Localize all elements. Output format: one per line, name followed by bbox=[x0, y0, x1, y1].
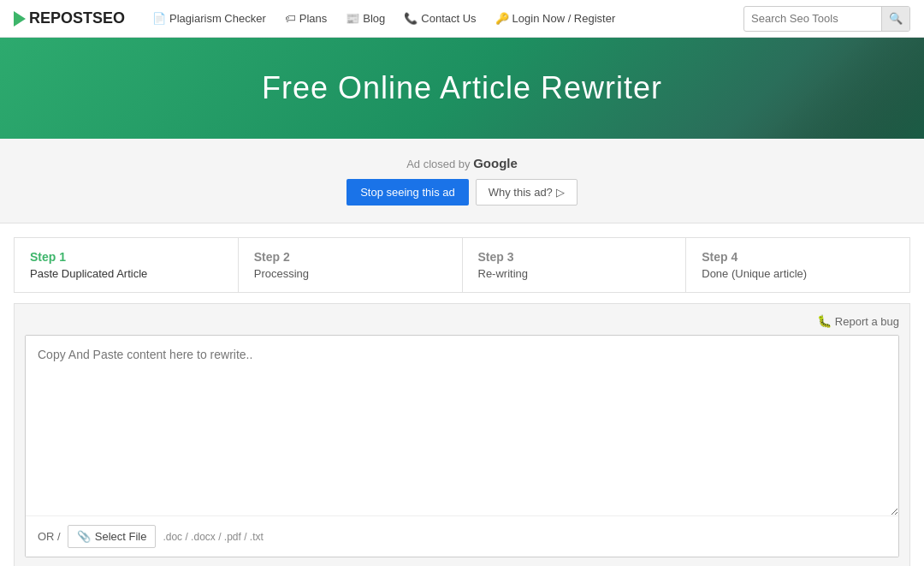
stop-seeing-ad-button[interactable]: Stop seeing this ad bbox=[346, 179, 469, 206]
step-2: Step 2 Processing bbox=[239, 238, 463, 292]
or-label: OR / bbox=[38, 530, 61, 543]
brand-logo[interactable]: REPOSTSEO bbox=[14, 9, 125, 27]
steps-container: Step 1 Paste Duplicated Article Step 2 P… bbox=[14, 237, 910, 293]
report-bug-label: Report a bug bbox=[835, 315, 899, 328]
brand-arrow-icon bbox=[14, 11, 26, 27]
why-this-ad-button[interactable]: Why this ad? ▷ bbox=[476, 179, 578, 206]
nav-links: 📄 Plagiarism Checker 🏷 Plans 📰 Blog 📞 Co… bbox=[145, 9, 743, 28]
step-2-label: Processing bbox=[254, 267, 447, 280]
main-content: 🐛 Report a bug OR / 📎 Select File .doc /… bbox=[14, 303, 910, 566]
nav-login[interactable]: 🔑 Login Now / Register bbox=[489, 9, 623, 28]
play-icon: ▷ bbox=[556, 186, 565, 199]
step-4-label: Done (Unique article) bbox=[702, 267, 894, 280]
blog-icon: 📰 bbox=[346, 12, 359, 25]
paperclip-icon: 📎 bbox=[77, 530, 91, 543]
ad-closed-text: Ad closed by Google bbox=[17, 156, 907, 170]
bug-icon: 🐛 bbox=[817, 314, 832, 328]
hero-title: Free Online Article Rewriter bbox=[17, 70, 907, 106]
nav-blog[interactable]: 📰 Blog bbox=[339, 9, 392, 28]
nav-plans-label: Plans bbox=[299, 12, 328, 25]
hero-section: Free Online Article Rewriter bbox=[0, 38, 924, 139]
tag-icon: 🏷 bbox=[285, 12, 296, 25]
nav-login-label: Login Now / Register bbox=[512, 12, 616, 25]
nav-blog-label: Blog bbox=[363, 12, 385, 25]
document-icon: 📄 bbox=[152, 12, 166, 25]
select-file-button[interactable]: 📎 Select File bbox=[68, 525, 157, 548]
search-button[interactable]: 🔍 bbox=[881, 7, 909, 31]
file-upload-row: OR / 📎 Select File .doc / .docx / .pdf /… bbox=[26, 515, 898, 557]
phone-icon: 📞 bbox=[404, 12, 418, 25]
why-ad-label: Why this ad? bbox=[489, 186, 553, 199]
google-text: Google bbox=[473, 156, 518, 170]
nav-plagiarism-label: Plagiarism Checker bbox=[169, 12, 266, 25]
nav-contact-label: Contact Us bbox=[421, 12, 476, 25]
step-3: Step 3 Re-writing bbox=[463, 238, 687, 292]
ad-buttons: Stop seeing this ad Why this ad? ▷ bbox=[17, 179, 907, 206]
step-1: Step 1 Paste Duplicated Article bbox=[15, 238, 239, 292]
ad-section: Ad closed by Google Stop seeing this ad … bbox=[0, 139, 924, 223]
select-file-label: Select File bbox=[95, 530, 147, 543]
step-3-label: Re-writing bbox=[478, 267, 671, 280]
brand-name: REPOSTSEO bbox=[29, 9, 125, 27]
nav-plans[interactable]: 🏷 Plans bbox=[278, 9, 335, 28]
nav-plagiarism-checker[interactable]: 📄 Plagiarism Checker bbox=[145, 9, 273, 28]
step-1-number: Step 1 bbox=[30, 250, 222, 264]
search-input[interactable] bbox=[744, 9, 881, 28]
step-2-number: Step 2 bbox=[254, 250, 447, 264]
textarea-wrapper: OR / 📎 Select File .doc / .docx / .pdf /… bbox=[25, 335, 899, 557]
search-container: 🔍 bbox=[743, 6, 910, 32]
navbar: REPOSTSEO 📄 Plagiarism Checker 🏷 Plans 📰… bbox=[0, 0, 924, 38]
nav-contact[interactable]: 📞 Contact Us bbox=[397, 9, 483, 28]
file-types-label: .doc / .docx / .pdf / .txt bbox=[163, 531, 263, 543]
step-4: Step 4 Done (Unique article) bbox=[686, 238, 909, 292]
report-bug-link[interactable]: 🐛 Report a bug bbox=[817, 314, 899, 328]
step-1-label: Paste Duplicated Article bbox=[30, 267, 222, 280]
step-4-number: Step 4 bbox=[702, 250, 894, 264]
report-link-container: 🐛 Report a bug bbox=[25, 314, 899, 328]
step-3-number: Step 3 bbox=[478, 250, 671, 264]
article-textarea[interactable] bbox=[26, 336, 898, 515]
login-icon: 🔑 bbox=[495, 12, 509, 25]
